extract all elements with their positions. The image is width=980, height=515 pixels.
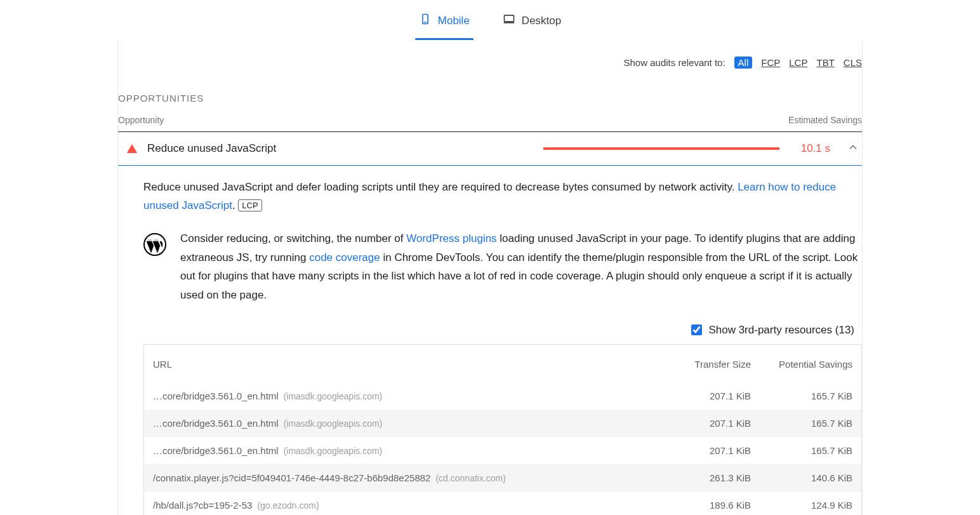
device-tabs: Mobile Desktop <box>0 0 980 40</box>
header-opportunity: Opportunity <box>118 115 164 125</box>
tab-desktop-label: Desktop <box>522 15 561 27</box>
url-path[interactable]: …core/bridge3.561.0_en.html <box>153 418 279 429</box>
desc-text-2: . <box>232 199 235 211</box>
wordpress-icon <box>143 233 166 256</box>
transfer-size: 207.1 KiB <box>643 418 751 429</box>
table-row: /connatix.player.js?cid=5f049401-746e-44… <box>144 464 861 492</box>
transfer-size: 261.3 KiB <box>643 472 751 483</box>
filter-all[interactable]: All <box>734 57 753 69</box>
chevron-up-icon <box>847 141 859 156</box>
section-title: OPPORTUNITIES <box>118 77 862 111</box>
url-host: (go.ezodn.com) <box>257 500 319 511</box>
filter-tbt[interactable]: TBT <box>816 57 834 68</box>
url-path[interactable]: /hb/dall.js?cb=195-2-53 <box>153 500 252 511</box>
opportunity-body: Reduce unused JavaScript and defer loadi… <box>118 166 862 515</box>
desc-text-1: Reduce unused JavaScript and defer loadi… <box>143 181 738 193</box>
tab-mobile[interactable]: Mobile <box>415 9 473 40</box>
table-row: …core/bridge3.561.0_en.html (imasdk.goog… <box>144 410 861 437</box>
thirdparty-label: Show 3rd-party resources (13) <box>708 324 854 337</box>
url-path[interactable]: /connatix.player.js?cid=5f049401-746e-44… <box>153 472 430 483</box>
lcp-badge: LCP <box>238 199 262 211</box>
thirdparty-toggle-row: Show 3rd-party resources (13) <box>143 305 862 344</box>
wp-plugins-link[interactable]: WordPress plugins <box>406 232 496 244</box>
url-host: (cd.connatix.com) <box>435 473 505 483</box>
table-header: URL Transfer Size Potential Savings <box>144 345 861 382</box>
col-url: URL <box>153 358 643 371</box>
code-coverage-link[interactable]: code coverage <box>309 251 380 264</box>
filter-lcp[interactable]: LCP <box>789 57 807 68</box>
potential-savings: 165.7 KiB <box>751 391 852 401</box>
warning-triangle-icon <box>127 144 137 153</box>
table-row: …core/bridge3.561.0_en.html (imasdk.goog… <box>144 437 861 464</box>
url-path[interactable]: …core/bridge3.561.0_en.html <box>153 391 279 401</box>
url-path[interactable]: …core/bridge3.561.0_en.html <box>153 445 279 456</box>
transfer-size: 207.1 KiB <box>643 391 751 401</box>
opportunities-header: Opportunity Estimated Savings <box>118 111 862 132</box>
mobile-icon <box>419 13 432 29</box>
savings-bar <box>543 147 779 150</box>
filter-label: Show audits relevant to: <box>624 57 725 68</box>
potential-savings: 140.6 KiB <box>751 472 852 483</box>
transfer-size: 207.1 KiB <box>643 445 751 456</box>
tab-mobile-label: Mobile <box>438 15 470 27</box>
table-row: /hb/dall.js?cb=195-2-53 (go.ezodn.com)18… <box>144 492 861 515</box>
filter-cls[interactable]: CLS <box>844 57 862 68</box>
desktop-icon <box>503 13 515 29</box>
transfer-size: 189.6 KiB <box>643 500 751 511</box>
wordpress-text: Consider reducing, or switching, the num… <box>180 229 862 305</box>
opportunity-description: Reduce unused JavaScript and defer loadi… <box>143 178 862 215</box>
opportunity-savings: 10.1 s <box>801 142 830 155</box>
main-panel: Show audits relevant to: All FCP LCP TBT… <box>117 40 863 515</box>
filter-row: Show audits relevant to: All FCP LCP TBT… <box>118 40 862 77</box>
col-savings: Potential Savings <box>751 358 852 371</box>
potential-savings: 165.7 KiB <box>751 418 852 429</box>
url-host: (imasdk.googleapis.com) <box>284 418 383 429</box>
opportunity-name: Reduce unused JavaScript <box>147 142 276 155</box>
url-host: (imasdk.googleapis.com) <box>284 391 383 401</box>
url-host: (imasdk.googleapis.com) <box>284 446 383 456</box>
svg-rect-2 <box>504 15 513 22</box>
wordpress-block: Consider reducing, or switching, the num… <box>143 215 862 305</box>
wp-text-1: Consider reducing, or switching, the num… <box>180 232 406 244</box>
col-transfer: Transfer Size <box>643 358 751 371</box>
filter-fcp[interactable]: FCP <box>761 57 780 68</box>
header-savings: Estimated Savings <box>788 115 862 125</box>
resources-table: URL Transfer Size Potential Savings …cor… <box>143 344 862 515</box>
potential-savings: 124.9 KiB <box>751 500 852 511</box>
thirdparty-checkbox[interactable] <box>691 324 702 335</box>
potential-savings: 165.7 KiB <box>751 445 852 456</box>
tab-desktop[interactable]: Desktop <box>499 9 565 40</box>
table-row: …core/bridge3.561.0_en.html (imasdk.goog… <box>144 382 861 410</box>
opportunity-row[interactable]: Reduce unused JavaScript 10.1 s <box>118 132 862 166</box>
